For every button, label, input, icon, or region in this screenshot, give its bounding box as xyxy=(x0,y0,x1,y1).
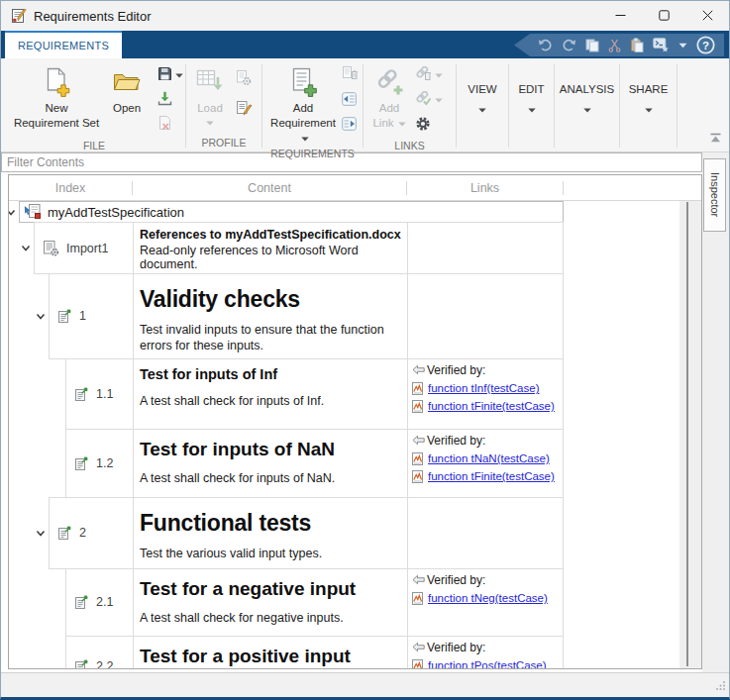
index-cell[interactable]: 1.1 xyxy=(66,359,134,429)
minimize-button[interactable] xyxy=(598,1,642,31)
collapse-ribbon-button[interactable] xyxy=(709,130,722,148)
save-button[interactable] xyxy=(156,63,185,88)
requirement-description: Test invalid inputs to ensure that the f… xyxy=(140,322,399,354)
export-button[interactable] xyxy=(156,88,174,113)
table-row-1.2[interactable]: 1.2Test for inputs of NaNA test shall ch… xyxy=(9,429,679,498)
links-cell[interactable]: Verified by:function tPos(testCase) xyxy=(408,637,563,668)
new-requirement-set-button[interactable]: New Requirement Set xyxy=(11,63,102,131)
resize-grip-icon xyxy=(715,677,726,695)
column-header-index[interactable]: Index xyxy=(9,181,133,195)
demote-requirement-button[interactable] xyxy=(340,113,359,138)
menu-edit[interactable]: EDIT xyxy=(509,63,554,133)
arrow-left-icon xyxy=(412,574,425,585)
content-cell[interactable]: References to myAddTestSpecification.doc… xyxy=(134,223,408,273)
verified-by-link[interactable]: function tFinite(testCase) xyxy=(428,400,555,412)
links-cell[interactable] xyxy=(408,498,563,568)
column-header-links[interactable]: Links xyxy=(407,181,564,195)
customize-quick-access-icon[interactable] xyxy=(653,38,670,52)
table-row-1[interactable]: 1Validity checksTest invalid inputs to e… xyxy=(9,273,679,359)
paste-icon[interactable] xyxy=(630,38,644,52)
table-row-2[interactable]: 2Functional testsTest the various valid … xyxy=(9,497,679,569)
column-header-content[interactable]: Content xyxy=(133,181,407,195)
profile-settings-button[interactable] xyxy=(233,67,254,92)
row-cells: 2Functional testsTest the various valid … xyxy=(49,497,564,569)
expand-chevron-icon[interactable] xyxy=(36,312,46,321)
links-cell[interactable] xyxy=(408,223,563,273)
requirement-heading: Validity checks xyxy=(140,287,399,311)
index-cell[interactable]: 1 xyxy=(50,274,134,358)
open-button[interactable]: Open xyxy=(102,63,152,116)
content-cell[interactable]: Functional testsTest the various valid i… xyxy=(134,498,408,568)
content-cell[interactable]: Test for inputs of InfA test shall check… xyxy=(134,359,408,429)
title-bar: Requirements Editor xyxy=(1,1,729,31)
import-title: References to myAddTestSpecification.doc… xyxy=(140,227,401,242)
add-requirement-button[interactable]: Add Requirement xyxy=(267,63,339,146)
content-cell[interactable]: Validity checksTest invalid inputs to en… xyxy=(134,274,408,358)
delete-requirement-button[interactable] xyxy=(340,63,360,88)
resize-grip[interactable] xyxy=(715,677,726,695)
load-profile-button[interactable]: Load xyxy=(190,63,230,126)
requirement-icon xyxy=(73,455,89,471)
row-index: 2 xyxy=(79,526,86,540)
links-cell[interactable]: Verified by:function tNeg(testCase) xyxy=(408,569,563,636)
verified-by-label: Verified by: xyxy=(412,641,560,654)
link-settings-button[interactable] xyxy=(413,113,433,138)
add-requirement-icon xyxy=(288,63,318,101)
undo-icon[interactable] xyxy=(538,39,553,51)
index-cell[interactable]: Import1 xyxy=(35,223,134,273)
requirement-set-cell[interactable]: myAddTestSpecification xyxy=(20,202,563,222)
copy-icon[interactable] xyxy=(585,39,599,52)
index-cell[interactable]: 2.2 xyxy=(66,637,134,668)
verified-by-link[interactable]: function tPos(testCase) xyxy=(428,659,547,668)
view-label: VIEW xyxy=(468,83,496,95)
links-cell[interactable] xyxy=(408,274,563,358)
add-link-button[interactable]: Add Link xyxy=(367,63,411,131)
content-cell[interactable]: Test for a negative inputA test shall ch… xyxy=(134,569,408,636)
vertical-scrollbar[interactable] xyxy=(679,201,701,668)
grid-header: Index Content Links xyxy=(9,175,701,201)
redo-icon[interactable] xyxy=(562,39,576,51)
help-icon[interactable]: ? xyxy=(696,36,715,54)
dropdown-caret-icon[interactable] xyxy=(678,43,687,49)
requirements-section-label: REQUIREMENTS xyxy=(262,146,363,159)
confirm-links-button[interactable] xyxy=(413,88,445,113)
add-link-label2: Link xyxy=(372,116,405,131)
index-cell[interactable]: 2.1 xyxy=(66,569,134,636)
table-row-2.2[interactable]: 2.2Test for a positive inputA test shall… xyxy=(9,636,679,668)
close-button[interactable] xyxy=(685,1,729,31)
menu-analysis[interactable]: ANALYSIS xyxy=(555,63,619,133)
expand-chevron-icon[interactable] xyxy=(36,529,46,538)
delete-requirement-set-button[interactable] xyxy=(156,113,173,138)
table-row-2.1[interactable]: 2.1Test for a negative inputA test shall… xyxy=(9,568,679,637)
expand-chevron-icon[interactable] xyxy=(21,244,31,252)
table-row-1.1[interactable]: 1.1Test for inputs of InfA test shall ch… xyxy=(9,358,679,430)
import-icon xyxy=(42,241,59,256)
links-cell[interactable]: Verified by:function tNaN(testCase)funct… xyxy=(408,430,563,497)
index-cell[interactable]: 1.2 xyxy=(66,430,134,497)
links-cell[interactable]: Verified by:function tInf(testCase)funct… xyxy=(408,359,563,429)
requirement-set-name: myAddTestSpecification xyxy=(48,205,184,220)
verified-by-link[interactable]: function tFinite(testCase) xyxy=(428,470,555,482)
tree-gutter xyxy=(9,358,65,430)
table-row-set[interactable]: myAddTestSpecification xyxy=(9,201,679,223)
promote-requirement-button[interactable] xyxy=(340,88,359,113)
save-dropdown-caret-icon[interactable] xyxy=(175,73,183,78)
delete-link-button[interactable] xyxy=(413,63,445,88)
content-cell[interactable]: Test for inputs of NaNA test shall check… xyxy=(134,430,408,497)
content-cell[interactable]: Test for a positive inputA test shall ch… xyxy=(134,637,408,668)
menu-share[interactable]: SHARE xyxy=(620,63,677,133)
verified-by-link[interactable]: function tNaN(testCase) xyxy=(428,452,550,464)
index-cell[interactable]: 2 xyxy=(50,498,134,568)
maximize-button[interactable] xyxy=(642,1,685,31)
expand-chevron-icon[interactable] xyxy=(9,208,16,217)
table-row-Import1[interactable]: Import1References to myAddTestSpecificat… xyxy=(9,222,679,274)
verified-by-link[interactable]: function tInf(testCase) xyxy=(428,382,540,394)
menu-view[interactable]: VIEW xyxy=(457,63,508,133)
edit-profile-button[interactable] xyxy=(233,98,255,123)
scrollbar-thumb[interactable] xyxy=(686,202,688,666)
tab-requirements[interactable]: REQUIREMENTS xyxy=(5,31,122,58)
requirement-icon xyxy=(56,525,72,541)
cut-icon[interactable] xyxy=(608,39,621,52)
verified-by-link[interactable]: function tNeg(testCase) xyxy=(428,592,548,604)
tab-inspector[interactable]: Inspector xyxy=(703,158,726,232)
